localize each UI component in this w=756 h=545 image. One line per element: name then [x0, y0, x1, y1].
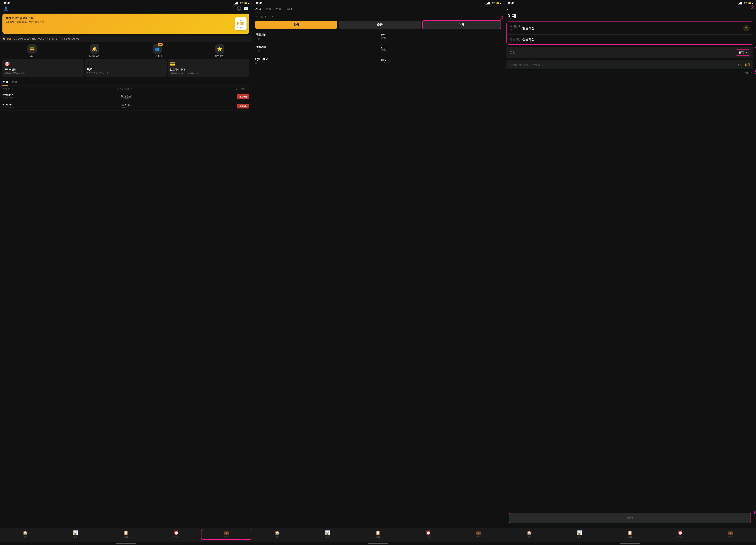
lte-label-3: LTE [743, 2, 747, 5]
futures-icon-3: 📋 [627, 530, 632, 535]
feature-bit-event[interactable]: 🎯 BIT 이벤트 800만게 BIT 무료 제공! [2, 59, 84, 77]
amount-unit: BTC [738, 63, 743, 66]
status-right-3: LTE [738, 2, 752, 5]
total-assets-label: 총 자산 (BTC) 👁 [252, 13, 504, 19]
nav-home-1[interactable]: 🏠 홈 [0, 529, 50, 539]
bottom-nav-2: 🏠 홈 📊 차트 📋 선물 ⏰ 현물 💼 자산 [252, 528, 504, 542]
tab-futures[interactable]: 선물 [2, 80, 8, 86]
step-badge-6: 6 [753, 509, 756, 516]
ticket-amount: 500 [237, 21, 244, 26]
crypto-buy-icon: 💳 [170, 61, 247, 67]
banner-ticket: $ 500 헤택카드 [235, 17, 247, 30]
coin-section: 코인 BTC › 4 [504, 47, 756, 60]
battery-icon-1 [244, 2, 248, 4]
tab-spot[interactable]: 현물 [11, 80, 17, 86]
signal-icon-3 [738, 2, 742, 4]
nav-home-3[interactable]: 🏠 홈 [504, 529, 554, 539]
quick-icon-deposit[interactable]: 💳 입금 [1, 44, 63, 57]
account-futures[interactable]: 선물계정 자산 BTC USD › [252, 43, 504, 55]
feature-byfi[interactable]: ₿ ByFi 바이비트 클라우드 제공! [85, 59, 167, 77]
deposit-button[interactable]: 입금 [255, 21, 337, 29]
spot-chevron: › [500, 35, 501, 38]
quick-icons-grid: 💳 입금 🔔 스마트 알림 👥New 지인 초대 ⭐ 헤택 센터 [0, 43, 252, 59]
transfer-to-row[interactable]: 받는 계정 선물계정 › [507, 35, 753, 44]
coin-value-box[interactable]: BTC › [736, 50, 750, 56]
crypto-buy-title: 암호화폐 구매 [170, 68, 247, 71]
header-icons: 🎧 ✉️ [237, 6, 248, 11]
status-bar-3: 12:46 LTE [504, 0, 756, 5]
feature-crypto-buy[interactable]: 💳 암호화폐 구매 신용카드 및 체크카드 사용 가능 [168, 59, 249, 77]
price-ethusd: 3075.90 [121, 103, 131, 107]
confirm-button[interactable]: 확인 [509, 513, 751, 523]
nav-spot-1[interactable]: ⏰ 현물 [151, 529, 201, 539]
step-badge-3: 3 [751, 4, 754, 11]
transfer-from-row[interactable]: 보내는 계정 현물계정 › ⇅ [507, 22, 753, 35]
swap-button[interactable]: ⇅ [743, 25, 750, 31]
p2-tab-spot[interactable]: 현물 [265, 7, 271, 13]
assets-label-1: 자산 [225, 536, 229, 539]
nav-spot-2[interactable]: ⏰ 현물 [403, 529, 453, 539]
user-icon[interactable]: 👤 [4, 6, 8, 11]
spot-icon-2: ⏰ [426, 530, 431, 535]
nav-chart-2[interactable]: 📊 차트 [302, 529, 353, 539]
coin-selector-row[interactable]: 코인 BTC › [506, 47, 753, 58]
spot-coin: BTC [380, 34, 386, 37]
headphone-icon[interactable]: 🎧 [237, 6, 241, 11]
col-price[interactable]: 가격 / 거래량 ÷ [117, 87, 132, 90]
amount-placeholder: 송금할 금액을 입력하세요 [510, 63, 738, 67]
battery-icon-2 [496, 2, 500, 4]
col-pair[interactable]: 거래페어 ÷ [2, 87, 13, 90]
mail-icon[interactable]: ✉️ [244, 6, 248, 11]
lte-label-2: LTE [491, 2, 495, 5]
deposit-icon-circle: 💳 [27, 44, 37, 54]
p2-tab-futures[interactable]: 선물 [276, 7, 282, 13]
withdraw-button[interactable]: 출금 [339, 21, 421, 29]
quick-icon-invite[interactable]: 👥New 지인 초대 [126, 44, 188, 57]
assets-label-3: 자산 [729, 536, 733, 539]
promo-banner[interactable]: 추천 프로그램:리마스터 $20 헤택 + 최대 $500 무제한 헤택카드 $… [2, 14, 249, 34]
col-change[interactable]: 24H 변동폭 ÷ [236, 87, 249, 90]
assets-icon-2: 💼 [476, 530, 481, 535]
nav-futures-2[interactable]: 📋 선물 [353, 529, 403, 539]
chart-label-2: 차트 [325, 536, 330, 539]
quick-icon-smart-alarm[interactable]: 🔔 스마트 알림 [64, 44, 125, 57]
market-row-ethusd[interactable]: ETHUSD 인버스 무기한 3075.90 2.58B USD -8.85% [0, 101, 252, 111]
transfer-section: 보내는 계정 현물계정 › ⇅ 받는 계정 선물계정 › [504, 22, 756, 47]
spot-account-name: 현물계정 [255, 33, 267, 37]
byfi-chevron: › [500, 59, 501, 63]
available-label: 사용가능 [744, 72, 753, 74]
transfer-button[interactable]: 이체 [423, 21, 501, 29]
futures-chevron: › [500, 47, 501, 51]
market-row-btcusd[interactable]: BTCUSD 인버스 무기한 43774.00 5.88B USD -8.30% [0, 92, 252, 101]
p2-tab-overview[interactable]: 개요 [255, 7, 261, 13]
nav-futures-3[interactable]: 📋 선물 [605, 529, 655, 539]
nav-chart-1[interactable]: 📊 차트 [50, 529, 101, 539]
home-indicator-1 [116, 543, 136, 544]
nav-home-2[interactable]: 🏠 홈 [252, 529, 302, 539]
step-badge-4: 4 [755, 44, 756, 51]
amount-input-row[interactable]: 송금할 금액을 입력하세요 BTC 전체 [506, 60, 753, 69]
account-byfi[interactable]: ByFi 계정 자산 BTC USD › [252, 55, 504, 67]
nav-futures-1[interactable]: 📋 선물 [101, 529, 151, 539]
futures-icon-2: 📋 [375, 530, 380, 535]
nav-assets-2[interactable]: 💼 자산 [453, 529, 504, 539]
pair-ethusd-sub: 인버스 무기한 [2, 106, 15, 109]
time-3: 12:46 [508, 2, 514, 5]
nav-chart-3[interactable]: 📊 차트 [554, 529, 605, 539]
amount-all-button[interactable]: 전체 [745, 63, 750, 67]
nav-assets-3[interactable]: 💼 자산 [705, 529, 756, 539]
account-spot[interactable]: 현물계정 자산 BTC USD › [252, 31, 504, 43]
p2-tab-byfi[interactable]: ByFi [286, 7, 292, 13]
quick-icon-benefits[interactable]: ⭐ 헤택 센터 [189, 44, 251, 57]
feature-cards: 🎯 BIT 이벤트 800만게 BIT 무료 제공! ₿ ByFi 바이비트 클… [0, 59, 252, 79]
futures-label-2: 선물 [376, 536, 380, 539]
nav-assets-1[interactable]: 💼 자산 1 [201, 529, 252, 539]
chart-label-3: 차트 [577, 536, 582, 539]
futures-coin: BTC [380, 46, 386, 49]
available-section: 사용가능 5 [504, 71, 756, 75]
home-label-3: 홈 [528, 536, 530, 539]
back-button[interactable]: ‹ [504, 5, 756, 12]
nav-spot-3[interactable]: ⏰ 현물 [655, 529, 705, 539]
home-label-1: 홈 [24, 536, 26, 539]
ticket-dollar: $ [237, 19, 244, 21]
